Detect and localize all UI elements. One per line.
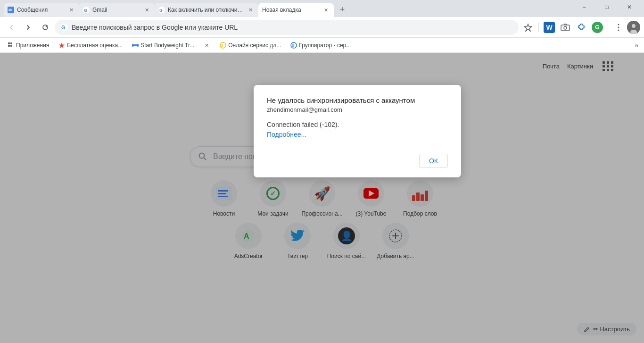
- svg-point-13: [618, 29, 619, 31]
- bm-online-service[interactable]: S Онлайн сервис дл...: [216, 40, 285, 51]
- ext-puzzle-icon[interactable]: [574, 20, 589, 35]
- svg-marker-8: [524, 24, 532, 31]
- modal-ok-button[interactable]: ОК: [419, 154, 448, 168]
- back-button[interactable]: [4, 20, 19, 35]
- apps-icon: [8, 42, 14, 49]
- toolbar-actions: W G: [520, 20, 640, 35]
- bookmarks-bar: Приложения Бесплатная оценка... Start Bo…: [0, 38, 644, 53]
- svg-rect-19: [8, 45, 10, 47]
- tab-messages[interactable]: ✉ Сообщения ✕: [4, 3, 79, 17]
- tab-howto-title: Как включить или отключить с...: [168, 7, 243, 13]
- svg-text:G: G: [84, 8, 87, 13]
- svg-point-11: [618, 24, 619, 25]
- tab-howto-close[interactable]: ✕: [246, 6, 255, 14]
- tab-howto[interactable]: G Как включить или отключить с... ✕: [155, 3, 258, 17]
- bm-online-service-label: Онлайн сервис дл...: [228, 42, 281, 49]
- ext-camera-icon[interactable]: [558, 20, 573, 35]
- toolbar: G Введите поисковый запрос в Google или …: [0, 17, 644, 38]
- tab-newtab[interactable]: Новая вкладка ✕: [258, 3, 334, 17]
- modal-error-text: Connection failed (-102).: [267, 121, 448, 128]
- ext-w-icon[interactable]: W: [542, 20, 557, 35]
- service-icon: S: [220, 42, 226, 49]
- tab-gmail[interactable]: G Gmail ✕: [79, 3, 155, 17]
- svg-rect-24: [137, 44, 139, 47]
- tab-gmail-close[interactable]: ✕: [142, 6, 151, 14]
- new-tab-page: Почта Картинки Google Введите поисковый …: [0, 53, 644, 343]
- bm-x-close[interactable]: ✕: [200, 40, 214, 51]
- bm-bodyweight-label: Start Bodyweight Tr...: [140, 42, 194, 49]
- svg-text:G: G: [61, 25, 66, 30]
- address-text: Введите поисковый запрос в Google или ук…: [72, 24, 513, 31]
- bm-apps-label: Приложения: [16, 42, 49, 49]
- bm-free-label: Бесплатная оценка...: [67, 42, 123, 49]
- reload-button[interactable]: [38, 20, 53, 35]
- svg-rect-17: [8, 42, 10, 44]
- tab-messages-title: Сообщения: [17, 7, 64, 13]
- tab-newtab-title: Новая вкладка: [262, 7, 319, 13]
- svg-rect-23: [132, 44, 133, 47]
- svg-rect-20: [10, 45, 12, 47]
- tabs-area: ✉ Сообщения ✕ G Gmail ✕ G Как включить и…: [0, 3, 573, 17]
- extension-g-circle: G: [592, 22, 603, 33]
- bodyweight-icon: [132, 42, 139, 49]
- more-menu-icon[interactable]: [611, 20, 626, 35]
- svg-text:G: G: [159, 8, 163, 13]
- profile-avatar[interactable]: [627, 21, 640, 34]
- modal-overlay: Не удалось синхронизироваться с аккаунто…: [0, 53, 644, 343]
- address-bar[interactable]: G Введите поисковый запрос в Google или …: [55, 20, 519, 35]
- title-bar: ✉ Сообщения ✕ G Gmail ✕ G Как включить и…: [0, 0, 644, 17]
- modal-details-link[interactable]: Подробнее...: [267, 131, 306, 138]
- grouppirator-icon: S: [290, 42, 297, 49]
- tab-newtab-close[interactable]: ✕: [322, 6, 330, 14]
- bookmarks-more-button[interactable]: »: [633, 42, 640, 49]
- bm-free-eval[interactable]: Бесплатная оценка...: [55, 40, 126, 51]
- bm-grouppirator-label: Группиратор - сер...: [299, 42, 351, 49]
- svg-rect-9: [561, 25, 570, 31]
- tab-messages-close[interactable]: ✕: [67, 6, 75, 14]
- svg-point-10: [564, 26, 567, 29]
- x-icon: ✕: [204, 42, 210, 49]
- tab-gmail-title: Gmail: [92, 7, 140, 13]
- divider: [538, 23, 539, 32]
- tab-gmail-favicon: G: [83, 7, 90, 13]
- google-g-icon: G: [60, 24, 68, 31]
- divider2: [608, 23, 608, 32]
- svg-text:✕: ✕: [205, 42, 209, 48]
- forward-button[interactable]: [21, 20, 36, 35]
- tab-messages-favicon: ✉: [8, 7, 14, 13]
- new-tab-button[interactable]: +: [336, 3, 349, 16]
- svg-rect-18: [10, 42, 12, 44]
- close-button[interactable]: ✕: [619, 0, 640, 14]
- svg-marker-21: [59, 42, 65, 48]
- bookmark-star-icon[interactable]: [520, 20, 536, 35]
- tab-howto-favicon: G: [158, 7, 165, 13]
- extension-w: W: [544, 22, 555, 33]
- window-controls: − □ ✕: [573, 0, 644, 17]
- red-star-icon: [58, 42, 65, 49]
- sync-error-dialog: Не удалось синхронизироваться с аккаунто…: [254, 85, 461, 177]
- maximize-button[interactable]: □: [596, 0, 618, 14]
- svg-text:✉: ✉: [8, 8, 12, 12]
- svg-text:S: S: [292, 44, 294, 47]
- bm-apps[interactable]: Приложения: [4, 40, 53, 51]
- minimize-button[interactable]: −: [573, 0, 595, 14]
- bm-bodyweight[interactable]: Start Bodyweight Tr...: [128, 40, 198, 51]
- modal-title: Не удалось синхронизироваться с аккаунто…: [267, 96, 448, 104]
- modal-email: zhendimonmail@gmail.com: [267, 106, 448, 113]
- ext-g-circle-icon[interactable]: G: [590, 20, 605, 35]
- svg-text:S: S: [221, 44, 223, 47]
- bm-grouppirator[interactable]: S Группиратор - сер...: [287, 40, 355, 51]
- modal-footer: ОК: [267, 154, 448, 168]
- svg-point-15: [632, 24, 636, 28]
- svg-point-12: [618, 26, 619, 28]
